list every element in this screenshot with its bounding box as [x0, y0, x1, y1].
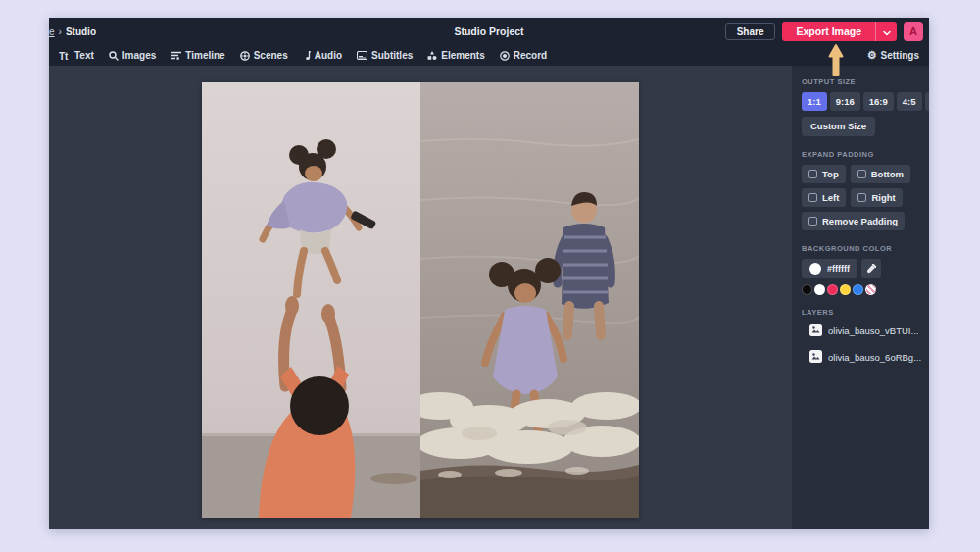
scenes-icon: [240, 51, 250, 61]
padding-right-button[interactable]: Right: [851, 188, 902, 207]
checkbox-icon: [858, 193, 866, 202]
subtitles-icon: [357, 51, 368, 60]
music-note-icon: [303, 51, 311, 61]
swatch-yellow[interactable]: [840, 284, 851, 295]
eyedropper-button[interactable]: [861, 259, 881, 278]
padding-top-button[interactable]: Top: [802, 165, 846, 183]
record-icon: [500, 51, 510, 61]
remove-padding-button[interactable]: Remove Padding: [802, 212, 905, 230]
svg-text:Tt: Tt: [59, 51, 69, 61]
elements-icon: [427, 51, 437, 61]
ratio-1-1-button[interactable]: 1:1: [802, 92, 827, 111]
swatch-red[interactable]: [827, 284, 838, 295]
swatch-blue[interactable]: [853, 284, 863, 295]
tab-scenes[interactable]: Scenes: [240, 50, 288, 61]
padding-left-button[interactable]: Left: [802, 188, 846, 207]
tab-subtitles[interactable]: Subtitles: [357, 50, 413, 61]
checkbox-icon: [808, 170, 817, 178]
checkbox-icon: [808, 193, 817, 202]
tab-timeline[interactable]: Timeline: [171, 50, 224, 61]
canvas-layer-right-photo[interactable]: [420, 82, 639, 518]
gear-icon: ⚙: [867, 50, 877, 61]
breadcrumb-separator: ›: [59, 26, 62, 37]
canvas: [202, 82, 639, 518]
checkbox-icon: [808, 217, 817, 226]
settings-button[interactable]: ⚙ Settings: [867, 50, 919, 61]
search-icon: [109, 51, 119, 61]
export-image-button[interactable]: Export Image: [782, 22, 875, 41]
project-title[interactable]: Studio Project: [454, 18, 523, 45]
layer-item-1[interactable]: olivia_bauso_vBTUI...: [809, 323, 919, 340]
eyedropper-icon: [866, 260, 876, 277]
tab-images[interactable]: Images: [109, 50, 156, 61]
tab-audio[interactable]: Audio: [303, 50, 342, 61]
image-icon: [809, 323, 822, 340]
breadcrumb-home-link[interactable]: e: [49, 26, 55, 37]
swatch-black[interactable]: [802, 284, 812, 295]
output-size-label: OUTPUT SIZE: [802, 77, 919, 86]
ratio-9-16-button[interactable]: 9:16: [830, 92, 860, 111]
background-color-label: BACKGROUND COLOR: [802, 244, 919, 253]
right-sidebar: OUTPUT SIZE 1:1 9:16 16:9 4:5 5:4 Custom…: [792, 66, 929, 529]
canvas-work-area: [49, 66, 792, 529]
top-bar: e › Studio Studio Project Share Export I…: [49, 18, 929, 45]
ratio-buttons: 1:1 9:16 16:9 4:5 5:4: [802, 92, 919, 111]
image-icon: [809, 349, 822, 367]
checkbox-icon: [858, 170, 866, 178]
swatch-white[interactable]: [814, 284, 825, 295]
padding-bottom-button[interactable]: Bottom: [851, 165, 910, 183]
editor-toolbar: Tt Text Images Timeline Scenes: [49, 45, 929, 66]
topbar-actions: Share Export Image A: [725, 22, 923, 41]
tab-elements[interactable]: Elements: [427, 50, 484, 61]
share-button[interactable]: Share: [725, 23, 776, 40]
canvas-layer-left-photo[interactable]: [202, 82, 420, 518]
chevron-down-icon: [883, 23, 891, 40]
background-color-value-button[interactable]: #ffffff: [802, 259, 858, 278]
ratio-4-5-button[interactable]: 4:5: [897, 92, 922, 111]
swatch-transparent[interactable]: [865, 284, 876, 295]
custom-size-button[interactable]: Custom Size: [802, 117, 875, 136]
timeline-icon: [171, 51, 181, 60]
layer-item-2[interactable]: olivia_bauso_6oRBg...: [809, 349, 919, 367]
color-swatches: [802, 284, 919, 295]
ratio-16-9-button[interactable]: 16:9: [863, 92, 894, 111]
text-icon: Tt: [59, 51, 71, 61]
export-image-button-group[interactable]: Export Image: [782, 22, 897, 41]
color-hex-value: #ffffff: [827, 264, 850, 274]
export-options-button[interactable]: [875, 22, 897, 41]
tab-text[interactable]: Tt Text: [59, 50, 94, 61]
studio-app-window: e › Studio Studio Project Share Export I…: [49, 18, 929, 529]
expand-padding-label: EXPAND PADDING: [802, 150, 919, 159]
surf-walk-photo: [420, 82, 639, 518]
breadcrumb-current: Studio: [66, 26, 96, 37]
ratio-5-4-button[interactable]: 5:4: [925, 92, 930, 111]
beach-toss-photo: [202, 82, 420, 518]
avatar[interactable]: A: [904, 22, 923, 41]
layers-label: LAYERS: [802, 308, 919, 317]
color-preview-circle: [809, 263, 821, 275]
breadcrumb: e › Studio: [49, 26, 96, 37]
tab-record[interactable]: Record: [500, 50, 547, 61]
